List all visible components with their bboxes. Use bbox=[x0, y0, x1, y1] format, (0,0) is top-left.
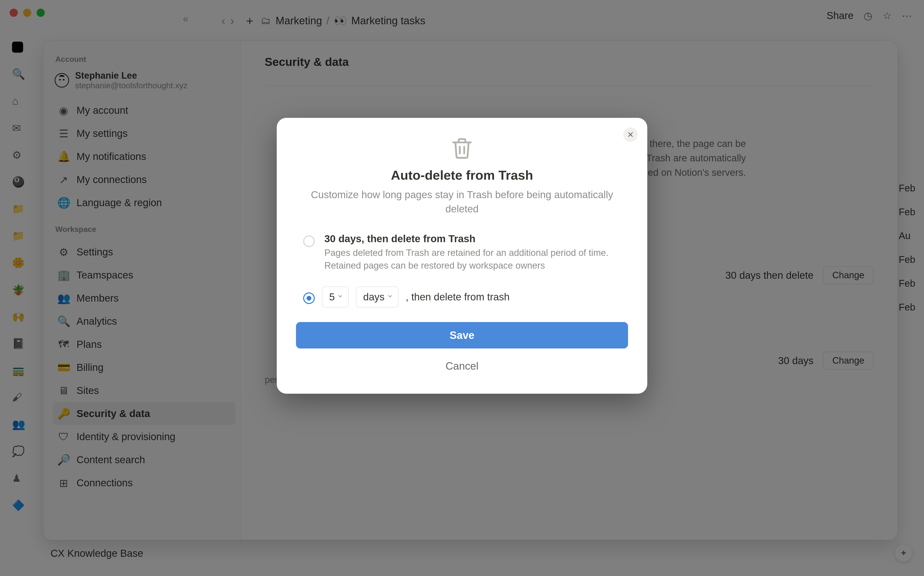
cancel-button[interactable]: Cancel bbox=[296, 353, 628, 379]
radio-custom[interactable] bbox=[303, 293, 315, 304]
modal-close-button[interactable]: ✕ bbox=[623, 128, 638, 142]
save-button[interactable]: Save bbox=[296, 322, 628, 349]
custom-suffix: , then delete from trash bbox=[406, 291, 510, 303]
option-desc: Pages deleted from Trash are retained fo… bbox=[324, 246, 626, 272]
custom-number-select[interactable]: 5 bbox=[322, 286, 349, 307]
modal-subtitle: Customize how long pages stay in Trash b… bbox=[308, 188, 616, 216]
option-30days[interactable]: 30 days, then delete from Trash Pages de… bbox=[296, 230, 628, 282]
custom-unit-select[interactable]: days bbox=[356, 286, 399, 307]
option-custom[interactable]: 5 days , then delete from trash bbox=[296, 282, 628, 322]
close-icon: ✕ bbox=[627, 130, 634, 139]
autodelete-modal: ✕ Auto-delete from Trash Customize how l… bbox=[277, 118, 647, 394]
modal-title: Auto-delete from Trash bbox=[296, 168, 628, 182]
radio-30days[interactable] bbox=[303, 235, 315, 247]
option-title: 30 days, then delete from Trash bbox=[324, 233, 626, 245]
trash-icon bbox=[296, 135, 628, 163]
